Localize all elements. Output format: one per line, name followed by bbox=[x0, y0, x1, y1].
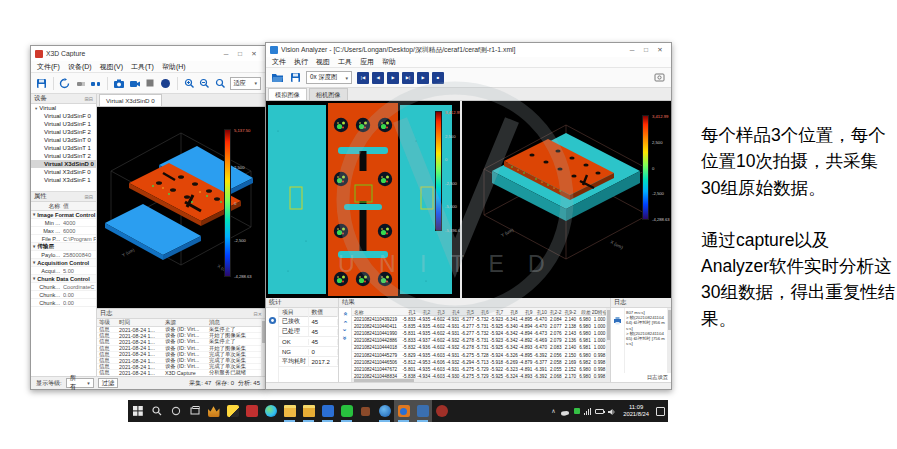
device-tree-item[interactable]: Virtual U3dSinF 0 bbox=[31, 112, 96, 120]
log-column-header[interactable]: 来源 bbox=[163, 319, 207, 327]
disconnect-icon[interactable] bbox=[89, 76, 102, 91]
save-button[interactable] bbox=[35, 76, 48, 91]
device-tree-item[interactable]: Virtual U3dSinF 2 bbox=[31, 128, 96, 136]
first-row-icon[interactable]: « bbox=[342, 312, 348, 316]
capture-titlebar[interactable]: X3D Capture ─ □ ✕ bbox=[31, 46, 265, 61]
connect-icon[interactable] bbox=[74, 76, 87, 91]
tray-chevron-icon[interactable]: ∧ bbox=[551, 400, 555, 422]
playback-button[interactable]: ▶ bbox=[417, 72, 429, 84]
antivirus-icon[interactable] bbox=[574, 408, 580, 414]
view-mode-select[interactable]: 0x 深度图 ▾ bbox=[306, 71, 352, 84]
analyzer-menu-item[interactable]: 视图 bbox=[316, 57, 330, 67]
printer-icon[interactable] bbox=[613, 311, 622, 373]
gear-icon[interactable] bbox=[268, 311, 277, 382]
app-notes-icon[interactable] bbox=[223, 400, 242, 422]
property-row[interactable]: Paylo...258000840 bbox=[31, 251, 96, 259]
zoom-out-icon[interactable] bbox=[198, 76, 211, 91]
onedrive-cloud-icon[interactable] bbox=[560, 402, 570, 420]
analyzer-menu-item[interactable]: 帮助 bbox=[382, 57, 396, 67]
property-row[interactable]: Chunk...CoordinateC bbox=[31, 283, 96, 291]
property-row[interactable]: Acqui...5.00 bbox=[31, 267, 96, 275]
battery-icon[interactable] bbox=[595, 409, 604, 414]
results-column-header[interactable]: 孔2 bbox=[417, 309, 432, 315]
analyzer-log-scrollbar[interactable] bbox=[667, 308, 671, 373]
start-button[interactable] bbox=[128, 400, 147, 422]
results-column-header[interactable]: 名称 bbox=[352, 309, 402, 315]
playback-button[interactable]: |◀ bbox=[357, 72, 369, 84]
capture-3d-viewport[interactable]: X (um) Y (um) 5,137.502,5000-2,500-4,288… bbox=[97, 107, 265, 308]
next-row-icon[interactable]: ‹ bbox=[342, 329, 348, 331]
open-file-button[interactable] bbox=[270, 70, 285, 85]
results-column-header[interactable]: 段差 bbox=[577, 309, 592, 315]
property-row[interactable]: Max ...6000 bbox=[31, 227, 96, 235]
device-tree-item[interactable]: Virtual U3dSinT 2 bbox=[31, 152, 96, 160]
results-column-header[interactable]: 孔1 bbox=[402, 309, 417, 315]
refresh-button[interactable] bbox=[58, 76, 71, 91]
close-icon[interactable]: ✕ bbox=[247, 47, 261, 61]
capture-menu-item[interactable]: 文件(F) bbox=[37, 62, 60, 72]
notification-center-icon[interactable] bbox=[656, 407, 665, 416]
record-icon[interactable] bbox=[160, 76, 173, 91]
screenshot-icon[interactable] bbox=[652, 70, 667, 85]
analyzer-menu-item[interactable]: 应用 bbox=[360, 57, 374, 67]
tab-camera-image[interactable]: 相机图像 bbox=[309, 88, 348, 100]
minimize-icon[interactable]: ─ bbox=[625, 43, 639, 57]
file-explorer-icon[interactable] bbox=[280, 400, 299, 422]
stats-row[interactable]: 已接收45 bbox=[279, 317, 338, 327]
zoom-fit-icon[interactable] bbox=[214, 76, 227, 91]
volume-icon[interactable] bbox=[608, 402, 616, 420]
results-row[interactable]: 20210824110445279-5.829-4.935-4.603-4.93… bbox=[352, 352, 606, 359]
search-icon[interactable] bbox=[147, 400, 166, 422]
zoom-in-icon[interactable] bbox=[183, 76, 196, 91]
property-group[interactable]: ▾传输层 bbox=[31, 243, 96, 251]
results-row[interactable]: 20210824110441990-5.831-4.935-4.602-4.93… bbox=[352, 330, 606, 337]
stats-column-header[interactable]: 项目 bbox=[279, 308, 309, 317]
stats-row[interactable]: 平均耗时2017.2 bbox=[279, 357, 338, 367]
viewport-tab[interactable]: Virtual X3dSinD 0 bbox=[99, 94, 162, 106]
panel-options-icon[interactable]: ⊞⊟ bbox=[85, 194, 93, 200]
taskbar-clock[interactable]: 11:09 2021/8/24 bbox=[620, 404, 652, 418]
edge-browser-icon[interactable] bbox=[261, 400, 280, 422]
network-icon[interactable] bbox=[584, 408, 592, 415]
folder-window-icon[interactable] bbox=[299, 400, 318, 422]
playback-button[interactable]: ▶| bbox=[402, 72, 414, 84]
depth-3d-viewport[interactable]: X (um) Y (um) 3,412.992,5000-2,500-4,288… bbox=[462, 101, 671, 298]
results-column-header[interactable]: 孔5 bbox=[460, 309, 475, 315]
results-row[interactable]: 20210824110439219-5.833-4.935-4.602-4.93… bbox=[352, 316, 606, 323]
playback-button[interactable]: ◀ bbox=[372, 72, 384, 84]
depth-2d-viewport[interactable]: 3,412.992,5000-2,500-5,000-5,396.63 bbox=[266, 101, 460, 298]
minimize-icon[interactable]: ─ bbox=[219, 47, 233, 61]
prev-row-icon[interactable]: ‹ bbox=[342, 321, 348, 323]
cortana-icon[interactable] bbox=[166, 400, 185, 422]
capture-menu-item[interactable]: 工具(T) bbox=[131, 62, 154, 72]
device-tree-item[interactable]: Virtual U3dSinF 1 bbox=[31, 120, 96, 128]
device-tree-item[interactable]: Virtual U3dSinT 1 bbox=[31, 144, 96, 152]
property-row[interactable]: Chunk...0.00 bbox=[31, 299, 96, 307]
device-tree-item[interactable]: Virtual X3dSinF 1 bbox=[31, 176, 96, 184]
results-row[interactable]: 20210824110440411-5.835-4.935-4.602-4.93… bbox=[352, 323, 606, 330]
panel-options-icon[interactable]: ⊞⊟ bbox=[85, 96, 93, 102]
results-row[interactable]: 20210824110446506-5.812-4.953-4.606-4.93… bbox=[352, 359, 606, 366]
panel-close-icon[interactable]: ⊟✕ bbox=[254, 311, 262, 317]
outlook-icon[interactable] bbox=[318, 400, 337, 422]
results-column-header[interactable]: 孔4 bbox=[446, 309, 461, 315]
device-tree-item[interactable]: Virtual X3dSinF 0 bbox=[31, 168, 96, 176]
playback-button[interactable]: ▶ bbox=[387, 72, 399, 84]
maximize-icon[interactable]: □ bbox=[639, 43, 653, 57]
results-column-header[interactable]: 孔2-2 bbox=[548, 309, 563, 315]
analyzer-taskbar-icon[interactable] bbox=[413, 400, 432, 422]
property-group[interactable]: ▾Image Format Control bbox=[31, 211, 96, 219]
log-settings-link[interactable]: 日志设置 bbox=[611, 373, 671, 382]
app-adobe-icon[interactable] bbox=[242, 400, 261, 422]
property-row[interactable]: File P...C:\Program Fi... bbox=[31, 235, 96, 243]
property-row[interactable]: Chunk...0.00 bbox=[31, 291, 96, 299]
save-button[interactable] bbox=[288, 70, 303, 85]
record-video-icon[interactable] bbox=[128, 76, 141, 91]
capture-menu-item[interactable]: 设备(D) bbox=[68, 62, 92, 72]
analyzer-menu-item[interactable]: 执行 bbox=[294, 57, 308, 67]
results-column-header[interactable]: 孔6 bbox=[475, 309, 490, 315]
log-level-select[interactable]: 所有 ▾ bbox=[66, 378, 94, 388]
property-group[interactable]: ▾Chunk Data Control bbox=[31, 275, 96, 283]
analyzer-menu-item[interactable]: 文件 bbox=[272, 57, 286, 67]
results-scrollbar[interactable] bbox=[606, 308, 610, 382]
